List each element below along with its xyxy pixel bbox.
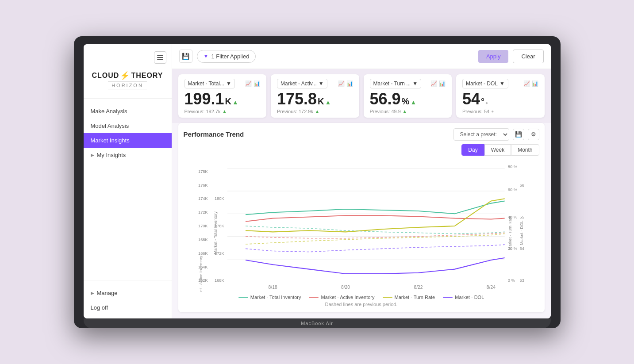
toolbar: 💾 ▼ 1 Filter Applied Apply Clear xyxy=(172,44,551,69)
bar-chart-icon[interactable]: 📊 xyxy=(346,80,353,87)
svg-text:180K: 180K xyxy=(215,196,224,201)
period-tabs-wrapper: Day Week Month xyxy=(184,144,539,158)
laptop-frame: CLOUD ⚡ THEORY HORIZON Make Analysis Mod… xyxy=(74,36,561,328)
svg-text:Market - Turn Rate: Market - Turn Rate xyxy=(508,215,512,249)
prev-trend-icon: ▲ xyxy=(315,109,319,114)
kpi-dropdown-label: Market - Turn ... xyxy=(373,80,411,87)
filter-label: 1 Filter Applied xyxy=(211,53,249,60)
kpi-dropdown-turn-rate[interactable]: Market - Turn ... ▼ xyxy=(370,79,422,88)
kpi-icons: 📈 📊 xyxy=(523,80,538,87)
kpi-card-turn-rate: Market - Turn ... ▼ 📈 📊 56.9 % ▲ xyxy=(364,74,452,118)
legend-color xyxy=(383,297,392,298)
kpi-dropdown-dol[interactable]: Market - DOL ▼ xyxy=(462,79,508,88)
bar-chart-icon[interactable]: 📊 xyxy=(439,80,446,87)
period-tab-day[interactable]: Day xyxy=(461,144,484,156)
kpi-value-active-inventory: 175.8 K ▲ xyxy=(277,91,353,107)
trend-neutral-icon: ● xyxy=(485,101,488,105)
legend-label: Market - Total Inventory xyxy=(250,295,301,300)
svg-text:0 %: 0 % xyxy=(507,278,515,283)
kpi-unit: K xyxy=(225,97,231,106)
chevron-right-icon: ▶ xyxy=(91,291,94,295)
clear-button[interactable]: Clear xyxy=(513,50,543,63)
line-chart-icon[interactable]: 📈 xyxy=(430,80,437,87)
sidebar-item-make-analysis[interactable]: Make Analysis xyxy=(84,104,172,119)
kpi-number: 56.9 xyxy=(370,91,401,107)
preset-select[interactable]: Select a preset: xyxy=(453,128,509,141)
sidebar-nav: Make Analysis Model Analysis Market Insi… xyxy=(84,100,172,280)
bar-chart-icon[interactable]: 📊 xyxy=(254,80,260,87)
kpi-row: Market - Total... ▼ 📈 📊 199.1 K ▲ xyxy=(172,69,551,123)
line-chart-icon[interactable]: 📈 xyxy=(338,80,345,87)
svg-text:54: 54 xyxy=(519,246,524,251)
legend-item-total-inventory: Market - Total Inventory xyxy=(238,295,301,300)
kpi-dropdown-label: Market - Activ... xyxy=(280,80,317,87)
prev-trend-icon: ▲ xyxy=(222,109,227,114)
logo-sub: HORIZON xyxy=(108,81,147,89)
kpi-value-dol: 54 ° ● xyxy=(462,91,538,107)
kpi-number: 175.8 xyxy=(277,91,317,107)
kpi-card-header: Market - Activ... ▼ 📈 📊 xyxy=(277,79,353,88)
kpi-dropdown-active-inventory[interactable]: Market - Activ... ▼ xyxy=(277,79,327,88)
legend-item-active-inventory: Market - Active Inventory xyxy=(309,295,374,300)
hamburger-button[interactable] xyxy=(154,51,166,64)
chart-controls: Select a preset: 💾 ⚙ xyxy=(453,128,539,141)
sidebar-item-label: Manage xyxy=(97,290,118,296)
chevron-down-icon: ▼ xyxy=(412,80,418,87)
sidebar-item-label: Market Insights xyxy=(91,137,130,144)
prev-trend-icon: ● xyxy=(491,109,494,114)
svg-text:170K: 170K xyxy=(198,224,208,228)
kpi-card-total-inventory: Market - Total... ▼ 📈 📊 199.1 K ▲ xyxy=(178,74,267,118)
svg-text:Market - DOL: Market - DOL xyxy=(519,220,523,245)
chart-body: 162K 164K 166K 168K 170K 172K 174K 176K … xyxy=(184,160,539,292)
logo-main: CLOUD ⚡ THEORY xyxy=(92,71,163,80)
sidebar: CLOUD ⚡ THEORY HORIZON Make Analysis Mod… xyxy=(84,44,172,318)
line-chart-icon[interactable]: 📈 xyxy=(245,80,252,87)
logo-text-cloud: CLOUD xyxy=(92,72,119,80)
sidebar-item-log-off[interactable]: Log off xyxy=(84,300,172,315)
kpi-dropdown-label: Market - DOL xyxy=(466,80,498,87)
sidebar-item-market-insights[interactable]: Market Insights xyxy=(84,133,172,148)
svg-text:Market - Total Inventory: Market - Total Inventory xyxy=(213,211,218,254)
legend-label: Market - Active Inventory xyxy=(321,295,374,300)
legend-color xyxy=(238,297,248,298)
line-chart-icon[interactable]: 📈 xyxy=(523,80,530,87)
chart-legend: Market - Total Inventory Market - Active… xyxy=(184,295,539,300)
svg-text:172K: 172K xyxy=(198,210,208,215)
save-button[interactable]: 💾 xyxy=(179,50,192,63)
logo-area: CLOUD ⚡ THEORY HORIZON xyxy=(84,67,172,96)
svg-text:56: 56 xyxy=(519,183,524,187)
svg-text:174K: 174K xyxy=(198,196,208,201)
sidebar-item-my-insights[interactable]: ▶ My Insights xyxy=(84,148,172,162)
legend-label: Market - Turn Rate xyxy=(395,295,435,300)
bar-chart-icon[interactable]: 📊 xyxy=(532,80,538,87)
prev-label: Previous: 192.7k xyxy=(184,109,221,114)
kpi-value-total-inventory: 199.1 K ▲ xyxy=(184,91,261,107)
sidebar-item-model-analysis[interactable]: Model Analysis xyxy=(84,119,172,133)
chevron-down-icon: ▼ xyxy=(226,80,231,87)
period-tab-week[interactable]: Week xyxy=(484,144,511,156)
sidebar-divider xyxy=(84,98,172,99)
kpi-card-header: Market - Turn ... ▼ 📈 📊 xyxy=(370,79,446,88)
period-tabs: Day Week Month xyxy=(461,144,539,156)
legend-label: Market - DOL xyxy=(455,295,484,300)
kpi-number: 54 xyxy=(462,91,480,107)
period-tab-month[interactable]: Month xyxy=(511,144,539,156)
main-content: 💾 ▼ 1 Filter Applied Apply Clear Market … xyxy=(172,44,551,318)
filter-badge[interactable]: ▼ 1 Filter Applied xyxy=(197,50,256,63)
kpi-dropdown-label: Market - Total... xyxy=(188,80,224,87)
sidebar-item-label: Model Analysis xyxy=(91,123,129,129)
settings-chart-button[interactable]: ⚙ xyxy=(528,129,539,140)
apply-button[interactable]: Apply xyxy=(478,50,509,63)
sidebar-item-manage[interactable]: ▶ Manage xyxy=(84,286,172,300)
svg-text:166K: 166K xyxy=(198,251,208,255)
kpi-dropdown-total-inventory[interactable]: Market - Total... ▼ xyxy=(184,79,235,88)
save-chart-button[interactable]: 💾 xyxy=(513,129,524,140)
performance-chart: 162K 164K 166K 168K 170K 172K 174K 176K … xyxy=(184,160,539,292)
kpi-icons: 📈 📊 xyxy=(430,80,446,87)
chart-area: Performance Trend Select a preset: 💾 ⚙ xyxy=(178,123,545,312)
bolt-icon: ⚡ xyxy=(120,71,130,80)
svg-text:80 %: 80 % xyxy=(507,165,517,169)
svg-text:Market - Active Inventory: Market - Active Inventory xyxy=(199,255,203,291)
hamburger-icon xyxy=(157,55,163,60)
legend-color xyxy=(443,297,453,298)
